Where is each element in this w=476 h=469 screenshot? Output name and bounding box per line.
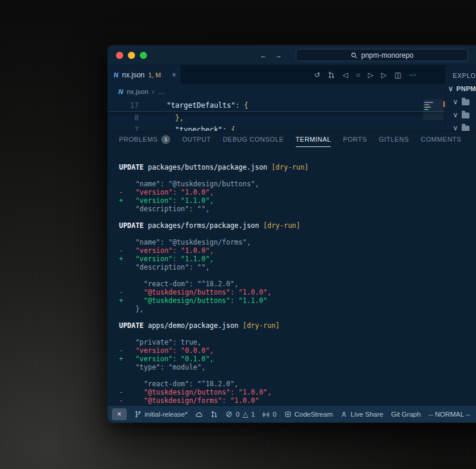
status-item-broadcast-status[interactable]: 0 — [262, 411, 276, 418]
terminal-line — [119, 330, 476, 338]
minimap[interactable] — [423, 99, 443, 131]
explorer-item-folder-3[interactable]: ∨ — [446, 121, 476, 131]
window-controls — [116, 52, 147, 59]
nav-forward-icon[interactable]: → — [275, 52, 282, 59]
run-icon[interactable]: ▷ — [381, 71, 387, 79]
explorer-item-folder-2[interactable]: ∨ — [446, 108, 476, 121]
explorer-item-folder-1[interactable]: ∨ — [446, 95, 476, 108]
editor-lines: 17 "targetDefaults": {8 },7 "typecheck":… — [108, 99, 445, 131]
warning-icon: △ — [243, 411, 248, 418]
search-value: pnpm-monorepo — [361, 51, 414, 60]
terminal-output[interactable]: UPDATE packages/buttons/package.json [dr… — [108, 147, 476, 405]
terminal-line — [119, 171, 476, 180]
status-item-problems-summary[interactable]: 0△1 — [226, 411, 255, 418]
nav-forward-icon[interactable]: ▷ — [368, 71, 374, 79]
nx-file-icon: N — [114, 71, 118, 79]
folder-icon — [462, 98, 469, 105]
status-item-git-branch[interactable]: initial-release* — [134, 411, 187, 418]
panel-tab-label: DEBUG CONSOLE — [223, 136, 283, 143]
editor-line[interactable]: 8 }, — [108, 112, 445, 124]
explorer-tree: ∨∨∨ — [446, 95, 476, 131]
panel-tab-label: COMMENTS — [421, 136, 461, 143]
breadcrumb-file[interactable]: nx.json — [127, 88, 148, 95]
code-text: "typecheck": { — [139, 124, 236, 131]
terminal-line: - "version": "1.0.0", — [119, 188, 476, 196]
terminal-line: + "version": "0.1.0", — [119, 355, 476, 363]
nav-dot-icon[interactable]: ○ — [356, 71, 360, 79]
status-text: 1 — [251, 411, 255, 418]
search-icon — [350, 52, 358, 59]
minimap-mark — [424, 107, 431, 108]
command-center-search[interactable]: pnpm-monorepo — [296, 49, 468, 61]
branch-icon — [134, 411, 142, 418]
close-window-button[interactable] — [116, 52, 123, 59]
terminal-line: }, — [119, 305, 476, 313]
terminal-line: UPDATE apps/demo/package.json [dry-run] — [119, 321, 476, 330]
terminal-line: "react-dom": "^18.2.0", — [119, 380, 476, 388]
terminal-line — [119, 230, 476, 238]
explorer-root-folder[interactable]: ∨ PNPM-MONOREPO — [446, 82, 476, 95]
editor-line[interactable]: 17 "targetDefaults": { — [108, 99, 445, 112]
panel-tab-debug-console[interactable]: DEBUG CONSOLE — [223, 132, 283, 147]
nav-back-icon[interactable]: ← — [260, 52, 267, 59]
terminal-line: "react-dom": "^18.2.0", — [119, 280, 476, 288]
remote-icon: × — [117, 411, 121, 418]
terminal-line: UPDATE packages/forms/package.json [dry-… — [119, 221, 476, 230]
terminal-line: + "version": "1.1.0", — [119, 196, 476, 205]
terminal-line: "name": "@tuskdesign/forms", — [119, 238, 476, 246]
status-text: 0 — [236, 411, 239, 418]
minimize-window-button[interactable] — [128, 52, 135, 59]
nav-back-icon[interactable]: ◁ — [343, 71, 348, 79]
titlebar[interactable]: ← → pnpm-monorepo — [108, 45, 476, 65]
tab-nx-json[interactable]: N nx.json 1, M × — [108, 65, 181, 84]
terminal-line: "name": "@tuskdesign/buttons", — [119, 180, 476, 188]
panel-tab-label: PORTS — [343, 136, 367, 143]
compare-icon — [211, 411, 218, 418]
panel-tab-problems[interactable]: PROBLEMS1 — [119, 132, 170, 147]
chevron-down-icon: ∨ — [453, 111, 458, 118]
terminal-line: + "version": "1.1.0", — [119, 255, 476, 263]
minimap-mark — [424, 102, 433, 103]
status-item-git-graph[interactable]: Git Graph — [391, 411, 421, 418]
line-number: 17 — [108, 99, 139, 111]
panel-tab-comments[interactable]: COMMENTS — [421, 132, 461, 147]
panel-tab-ports[interactable]: PORTS — [343, 132, 367, 147]
split-icon[interactable]: ◫ — [394, 71, 401, 79]
terminal-line: - "@tuskdesign/forms": "1.0.0" — [119, 396, 476, 405]
close-tab-icon[interactable]: × — [172, 71, 176, 79]
folder-icon — [462, 124, 469, 131]
error-icon — [226, 411, 233, 418]
terminal-line: UPDATE packages/buttons/package.json [dr… — [119, 163, 476, 171]
cloud-icon — [195, 411, 203, 418]
breadcrumb[interactable]: N nx.json › … — [108, 84, 445, 99]
status-item-pull-request[interactable] — [211, 411, 218, 418]
editor-line[interactable]: 7 "typecheck": { — [108, 124, 445, 131]
panel-tab-label: OUTPUT — [182, 136, 211, 143]
terminal-line: "description": "", — [119, 205, 476, 213]
panel-tab-label: GITLENS — [379, 136, 409, 143]
breadcrumb-more[interactable]: … — [158, 88, 165, 95]
code-text: "targetDefaults": { — [139, 99, 248, 111]
status-item-publish-changes[interactable] — [195, 411, 203, 418]
nx-file-icon: N — [118, 88, 123, 95]
workbench: N nx.json 1, M × ↺◁○▷▷◫⋯ N nx.json › … — [108, 65, 476, 131]
editor[interactable]: 17 "targetDefaults": {8 },7 "typecheck":… — [108, 99, 445, 131]
bottom-panel: PROBLEMS1OUTPUTDEBUG CONSOLETERMINALPORT… — [108, 131, 476, 405]
status-item-live-share[interactable]: Live Share — [340, 411, 383, 418]
history-icon[interactable]: ↺ — [314, 71, 320, 79]
status-item-remote-indicator[interactable]: × — [112, 408, 127, 420]
compare-icon[interactable] — [328, 71, 335, 79]
panel-tab-terminal[interactable]: TERMINAL — [296, 132, 331, 147]
panel-tab-gitlens[interactable]: GITLENS — [379, 132, 409, 147]
status-item-codestream[interactable]: CodeStream — [284, 411, 333, 418]
zoom-window-button[interactable] — [140, 52, 147, 59]
status-item-vim-mode[interactable]: -- NORMAL -- — [428, 411, 470, 418]
terminal-line: "type": "module", — [119, 363, 476, 371]
editor-actions: ↺◁○▷▷◫⋯ — [314, 65, 416, 84]
panel-tab-output[interactable]: OUTPUT — [182, 132, 211, 147]
tab-status-badge: 1, M — [148, 71, 161, 79]
broadcast-icon — [262, 411, 270, 418]
explorer-root-label: PNPM-MONOREPO — [456, 85, 476, 92]
terminal-line: - "@tuskdesign/buttons": "1.0.0", — [119, 388, 476, 396]
more-icon[interactable]: ⋯ — [409, 71, 416, 79]
